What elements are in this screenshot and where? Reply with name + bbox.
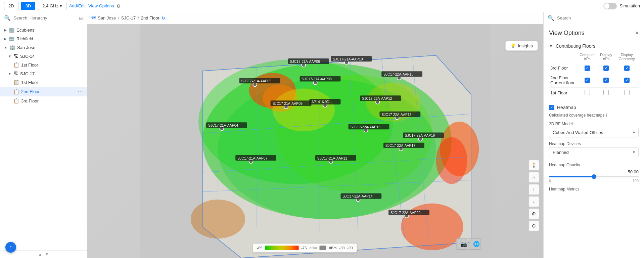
slider-max: 100 — [633, 179, 639, 183]
heatmap-devices-dropdown[interactable]: Planned ▾ — [549, 147, 639, 157]
svg-text:SJC17-21A-AAP05: SJC17-21A-AAP05 — [241, 79, 272, 83]
sidebar-item-sjc17-1f[interactable]: 📋 1st Floor — [0, 78, 87, 87]
breadcrumb-map-icon: 🗺 — [91, 15, 96, 20]
btn-3d[interactable]: 3D — [21, 2, 36, 10]
svg-text:SJC17-21A-AAP08: SJC17-21A-AAP08 — [302, 77, 332, 81]
checkbox-3f-compute[interactable]: ✓ — [585, 66, 590, 71]
sidebar-item-sanjose[interactable]: ▼ 🏢 San Jose — [0, 43, 87, 52]
sidebar-item-sjc14[interactable]: ▼ 🏗 SJC-14 — [0, 52, 87, 60]
zoom-in-btn[interactable]: ⊕ — [528, 208, 539, 219]
opacity-slider[interactable] — [549, 176, 639, 177]
opacity-value: 50.00 — [628, 169, 639, 174]
table-row: 3rd Floor ✓ ✓ ✓ — [549, 63, 639, 73]
zoom-out-btn[interactable]: ⊖ — [528, 220, 539, 231]
sidebar-item-sjc17-2f[interactable]: 📋 2nd Floor ⋯ — [0, 87, 87, 96]
svg-text:AP1416.9D...: AP1416.9D... — [311, 100, 332, 104]
floor-name-2f: 2nd Floor Current floor — [549, 73, 577, 87]
svg-point-9 — [436, 137, 467, 184]
checkbox-1f-geometry[interactable] — [624, 90, 630, 95]
freq-dropdown[interactable]: 2.4 GHz ▾ — [38, 2, 66, 10]
dropdown-arrow-icon: ▾ — [633, 150, 635, 155]
info-icon[interactable]: ℹ — [606, 113, 607, 118]
heatmap-title: Heatmap — [557, 105, 576, 110]
filter-icon[interactable]: ⊟ — [79, 15, 83, 21]
heatmap-section: ✓ Heatmap Calculated coverage heatmaps ℹ… — [549, 105, 639, 191]
insights-button[interactable]: 💡 Insights — [505, 41, 538, 51]
floor-icon: 📋 — [13, 80, 19, 85]
svg-text:📷: 📷 — [460, 241, 467, 248]
dropdown-arrow-icon: ▾ — [633, 130, 635, 135]
home-icon-btn[interactable]: ⌂ — [528, 172, 539, 183]
sidebar-item-sjc17-3f[interactable]: 📋 3rd Floor — [0, 96, 87, 105]
legend-val3: -90 — [339, 246, 345, 250]
sidebar-item-richfield[interactable]: ▶ 🏢 Richfield — [0, 34, 87, 43]
checkbox-2f-display[interactable]: ✓ — [603, 78, 609, 83]
arrow-up-btn[interactable]: ↑ — [528, 184, 539, 195]
opacity-label-row: Heatmap Opacity — [549, 163, 639, 167]
checkbox-2f-geometry[interactable]: ✓ — [624, 78, 630, 83]
slider-thumb[interactable] — [592, 174, 596, 179]
map-controls: 🚶 ⌂ ↑ ↓ ⊕ ⊖ — [528, 160, 539, 231]
floor-icon: 📋 — [13, 89, 19, 94]
svg-text:SJC17-21A-AAP04: SJC17-21A-AAP04 — [208, 124, 238, 127]
col-compute: Compute APs — [577, 53, 597, 63]
more-options-icon[interactable]: ⋯ — [78, 88, 83, 95]
map-area: 🗺 San Jose / SJC-17 / 2nd Floor ↻ — [87, 12, 543, 258]
checkbox-1f-display[interactable] — [603, 90, 609, 95]
close-button[interactable]: × — [635, 30, 639, 37]
table-row: 2nd Floor Current floor ✓ ✓ ✓ — [549, 73, 639, 87]
breadcrumb-part-2[interactable]: SJC-17 — [121, 15, 136, 20]
floor-name-1f: 1st Floor — [549, 87, 577, 98]
sidebar-tree: ▶ 🏢 Ecublens ▶ 🏢 Richfield ▼ 🏢 San Jose … — [0, 24, 87, 250]
table-row: 1st Floor — [549, 87, 639, 98]
heatmap-header: ✓ Heatmap — [549, 105, 639, 110]
panel-title: View Options × — [549, 30, 639, 37]
svg-text:SJC17-21A-AAP11: SJC17-21A-AAP11 — [317, 157, 348, 160]
gear-icon[interactable]: ⚙ — [117, 3, 121, 9]
svg-text:🌐: 🌐 — [473, 241, 480, 248]
heatmap-enabled-checkbox[interactable]: ✓ — [549, 105, 554, 110]
svg-text:SJC17-22A-AAP18: SJC17-22A-AAP18 — [383, 73, 414, 76]
checkbox-3f-geometry[interactable]: ✓ — [624, 66, 630, 71]
floor-name-3f: 3rd Floor — [549, 63, 577, 73]
heatmap-svg: SJC17-21A-AAP06 SJC17-21A-AAP10 SJC17-21… — [87, 24, 543, 258]
sidebar-item-ecublens[interactable]: ▶ 🏢 Ecublens — [0, 26, 87, 34]
svg-text:SJC17-22A-AAP19: SJC17-22A-AAP19 — [405, 134, 435, 137]
scroll-down-btn[interactable]: ▼ — [45, 252, 49, 257]
breadcrumb-part-1[interactable]: San Jose — [98, 15, 116, 20]
btn-2d[interactable]: 2D — [4, 2, 18, 10]
refresh-icon[interactable]: ↻ — [162, 15, 166, 21]
simulation-toggle[interactable] — [603, 3, 617, 9]
legend-bar: -65 -75 dBm dBm -90 -90 — [252, 243, 357, 253]
svg-text:SJC17-22A-AAP16: SJC17-22A-AAP16 — [381, 113, 412, 117]
legend-val1: -65 — [257, 246, 262, 250]
person-icon-btn[interactable]: 🚶 — [528, 160, 539, 171]
col-floor-name — [549, 53, 577, 63]
chevron-down-icon: ▼ — [8, 54, 11, 58]
arrow-down-btn[interactable]: ↓ — [528, 196, 539, 207]
checkbox-1f-compute[interactable] — [585, 90, 590, 95]
add-edit-button[interactable]: Add/Edit — [69, 3, 86, 8]
main-content: 🔍 ⊟ ▶ 🏢 Ecublens ▶ 🏢 Richfield ▼ 🏢 San J… — [0, 12, 644, 258]
sidebar-item-sjc14-1f[interactable]: 📋 1st Floor — [0, 60, 87, 69]
sidebar-item-sjc17[interactable]: ▼ 🏗 SJC-17 — [0, 69, 87, 78]
floor-plan: SJC17-21A-AAP06 SJC17-21A-AAP10 SJC17-21… — [87, 24, 543, 258]
checkbox-3f-display[interactable]: ✓ — [603, 66, 609, 71]
legend-scale — [265, 246, 298, 250]
view-options-button[interactable]: View Options — [88, 3, 114, 8]
breadcrumb-part-3[interactable]: 2nd Floor — [141, 15, 159, 20]
scroll-up-btn[interactable]: ▲ — [38, 252, 42, 257]
svg-point-12 — [272, 88, 335, 131]
contributing-floors-header[interactable]: ▼ Contributing Floors — [549, 43, 639, 49]
search-hierarchy-input[interactable] — [13, 15, 76, 20]
right-panel-content: View Options × ▼ Contributing Floors Com… — [544, 24, 644, 258]
nav-circle-button[interactable]: ↑ — [5, 242, 16, 253]
checkbox-2f-compute[interactable]: ✓ — [585, 78, 590, 83]
building-icon: 🏗 — [13, 53, 18, 59]
chevron-right-icon: ▶ — [4, 37, 7, 41]
right-panel-search-input[interactable] — [557, 15, 640, 20]
floor-icon: 📋 — [13, 62, 19, 68]
col-geometry: Display Geometry — [615, 53, 639, 63]
heatmap-metrics-label: Heatmap Metrics — [549, 187, 639, 191]
rf-model-dropdown[interactable]: Cubes And Walled Offices ▾ — [549, 128, 639, 137]
